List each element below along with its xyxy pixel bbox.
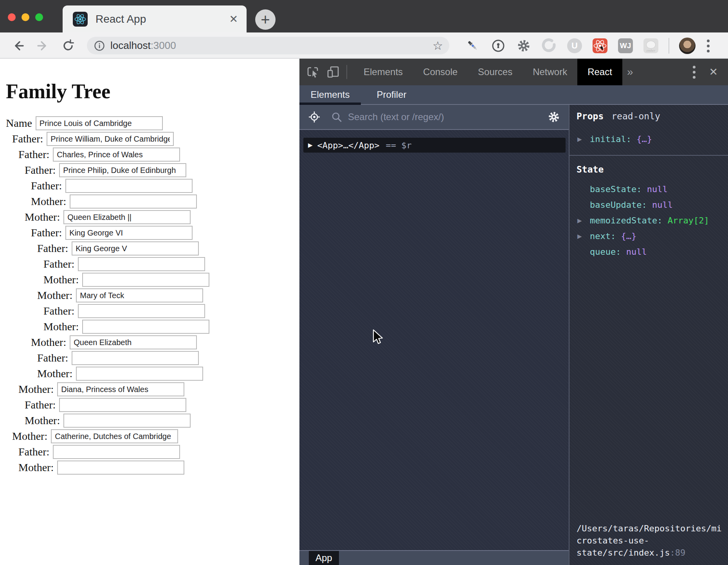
address-bar[interactable]: localhost:3000 ☆ bbox=[87, 37, 449, 54]
ancestor-name-input[interactable] bbox=[70, 335, 197, 349]
search-input[interactable] bbox=[348, 112, 548, 122]
u-extension-label: U bbox=[567, 38, 582, 53]
ancestor-name-input[interactable] bbox=[53, 148, 180, 162]
react-subtab-profiler[interactable]: Profiler bbox=[361, 85, 422, 104]
ancestor-name-input[interactable] bbox=[51, 429, 178, 443]
kv-baseState: baseState: null bbox=[569, 182, 728, 197]
ancestor-name-input[interactable] bbox=[36, 116, 163, 130]
field-label: Father: bbox=[25, 399, 56, 411]
family-tree-row: Father: bbox=[43, 257, 299, 271]
family-tree-row: Father: bbox=[25, 163, 299, 177]
ancestor-name-input[interactable] bbox=[57, 461, 184, 475]
page-title: Family Tree bbox=[6, 80, 299, 103]
new-tab-button[interactable]: + bbox=[255, 9, 276, 30]
devtools-tab-react[interactable]: React bbox=[577, 59, 622, 85]
more-tabs-icon[interactable]: » bbox=[622, 59, 638, 85]
password-manager-extension-icon[interactable] bbox=[490, 38, 506, 54]
field-label: Name bbox=[6, 117, 32, 130]
ancestor-name-input[interactable] bbox=[59, 398, 186, 412]
ancestor-name-input[interactable] bbox=[72, 241, 199, 256]
eyedropper-extension-icon[interactable] bbox=[465, 38, 481, 54]
family-tree-row: Father: bbox=[25, 398, 299, 412]
wj-extension-icon[interactable]: WJ bbox=[618, 38, 633, 54]
state-list: baseState: nullbaseUpdate: null▶memoized… bbox=[569, 182, 728, 260]
u-extension-icon[interactable]: U bbox=[567, 38, 582, 54]
kv-baseUpdate: baseUpdate: null bbox=[569, 197, 728, 213]
props-list: ▶initial: {…} bbox=[569, 131, 728, 147]
devtools-tab-network[interactable]: Network bbox=[523, 59, 577, 85]
site-info-icon[interactable] bbox=[94, 40, 105, 51]
ancestor-name-input[interactable] bbox=[78, 257, 205, 271]
field-label: Father: bbox=[31, 180, 62, 192]
devtools-menu-icon[interactable] bbox=[691, 64, 697, 80]
react-subtab-elements[interactable]: Elements bbox=[299, 85, 361, 104]
select-element-crosshair-icon[interactable] bbox=[308, 111, 321, 123]
back-button[interactable] bbox=[10, 38, 26, 54]
ancestor-name-input[interactable] bbox=[72, 351, 199, 365]
ancestor-name-input[interactable] bbox=[53, 445, 180, 459]
ancestor-name-input[interactable] bbox=[47, 132, 174, 146]
kv-next[interactable]: ▶next: {…} bbox=[569, 229, 728, 244]
devtools-panel: ElementsConsoleSourcesNetworkReact » ✕ E… bbox=[299, 59, 728, 565]
ember-hamster-icon bbox=[646, 41, 656, 49]
ancestor-name-input[interactable] bbox=[57, 382, 184, 396]
selected-component-row[interactable]: ▶ <App>…</App> == $r bbox=[303, 138, 566, 153]
ancestor-name-input[interactable] bbox=[70, 194, 197, 209]
app-page: Family Tree Name Father: Father: Father:… bbox=[0, 59, 299, 565]
ancestor-name-input[interactable] bbox=[59, 163, 186, 177]
ancestor-name-input[interactable] bbox=[76, 288, 203, 302]
devtools-tab-elements[interactable]: Elements bbox=[353, 59, 413, 85]
close-window-button[interactable] bbox=[8, 13, 16, 21]
family-tree-row: Mother: bbox=[25, 414, 299, 428]
expand-arrow-icon[interactable]: ▶ bbox=[308, 142, 313, 149]
devtools-tab-console[interactable]: Console bbox=[413, 59, 468, 85]
settings-gear-icon[interactable] bbox=[548, 111, 560, 123]
ancestor-name-input[interactable] bbox=[82, 273, 209, 287]
tab-close-icon[interactable]: ✕ bbox=[229, 13, 238, 25]
field-label: Mother: bbox=[43, 274, 79, 286]
browser-menu-icon[interactable] bbox=[705, 38, 711, 54]
expand-arrow-icon[interactable]: ▶ bbox=[577, 229, 582, 244]
ancestor-name-input[interactable] bbox=[82, 320, 209, 334]
swirl-extension-icon[interactable] bbox=[541, 38, 557, 54]
ancestor-name-input[interactable] bbox=[76, 367, 203, 381]
field-label: Mother: bbox=[31, 195, 66, 208]
source-location[interactable]: /Users/taras/Repositories/microstates-us… bbox=[569, 522, 727, 565]
component-tree: ▶ <App>…</App> == $r bbox=[299, 130, 569, 550]
extension-row: U WJ ember bbox=[465, 38, 711, 54]
ancestor-name-input[interactable] bbox=[78, 304, 205, 318]
url-host: localhost bbox=[110, 40, 151, 52]
breadcrumb-app[interactable]: App bbox=[309, 551, 339, 565]
bug-gear-extension-icon[interactable] bbox=[516, 38, 532, 54]
ancestor-name-input[interactable] bbox=[65, 226, 193, 240]
family-tree-row: Name bbox=[6, 116, 299, 130]
ancestor-name-input[interactable] bbox=[63, 210, 191, 224]
inspect-element-icon[interactable] bbox=[306, 65, 320, 79]
ember-extension-icon[interactable]: ember bbox=[643, 38, 659, 54]
ancestor-name-input[interactable] bbox=[63, 414, 191, 428]
profile-avatar[interactable] bbox=[679, 38, 696, 54]
bookmark-star-icon[interactable]: ☆ bbox=[432, 40, 443, 52]
device-toolbar-icon[interactable] bbox=[326, 65, 340, 79]
kv-initial[interactable]: ▶initial: {…} bbox=[569, 131, 728, 147]
fullscreen-window-button[interactable] bbox=[35, 13, 43, 21]
devtools-tab-sources[interactable]: Sources bbox=[468, 59, 523, 85]
field-label: Mother: bbox=[12, 430, 47, 443]
browser-tab[interactable]: React App ✕ bbox=[63, 5, 247, 32]
props-mode: read-only bbox=[611, 111, 660, 121]
field-label: Father: bbox=[31, 227, 62, 239]
kv-memoizedState[interactable]: ▶memoizedState: Array[2] bbox=[569, 213, 728, 229]
devtools-tabs: ElementsConsoleSourcesNetworkReact bbox=[353, 59, 622, 85]
expand-arrow-icon[interactable]: ▶ bbox=[577, 213, 582, 229]
minimize-window-button[interactable] bbox=[22, 13, 29, 21]
forward-button[interactable] bbox=[35, 38, 51, 54]
ancestor-name-input[interactable] bbox=[65, 179, 193, 193]
react-devtools-extension-icon[interactable] bbox=[592, 38, 608, 54]
ember-extension-label: ember bbox=[643, 49, 658, 52]
family-tree-row: Mother: bbox=[31, 194, 299, 209]
family-tree-row: Mother: bbox=[43, 320, 299, 334]
field-label: Mother: bbox=[37, 289, 72, 302]
reload-button[interactable] bbox=[60, 38, 76, 54]
expand-arrow-icon[interactable]: ▶ bbox=[577, 131, 582, 147]
devtools-close-icon[interactable]: ✕ bbox=[709, 66, 718, 78]
